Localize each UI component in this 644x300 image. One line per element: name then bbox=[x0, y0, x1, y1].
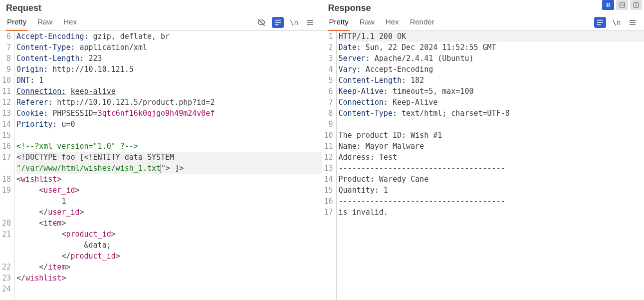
layout-horizontal-button[interactable] bbox=[616, 0, 628, 10]
request-title: Request bbox=[0, 0, 322, 14]
newline-icon[interactable]: \n bbox=[611, 17, 622, 28]
tab-hex[interactable]: Hex bbox=[62, 14, 78, 31]
tab-hex[interactable]: Hex bbox=[385, 14, 400, 31]
request-panel: Request PrettyRawHex \n 6789101112131415… bbox=[0, 0, 322, 300]
layout-vertical-button[interactable] bbox=[630, 0, 642, 10]
response-editor[interactable]: 1234567891011121314151617 HTTP/1.1 200 O… bbox=[322, 31, 644, 300]
visibility-off-icon[interactable] bbox=[256, 17, 267, 28]
svg-rect-0 bbox=[607, 3, 608, 7]
top-controls bbox=[602, 0, 642, 10]
newline-icon[interactable]: \n bbox=[289, 17, 300, 28]
tab-pretty[interactable]: Pretty bbox=[6, 14, 27, 31]
tab-render[interactable]: Render bbox=[409, 14, 435, 31]
svg-rect-1 bbox=[609, 3, 610, 7]
tab-raw[interactable]: Raw bbox=[36, 14, 53, 31]
response-tabbar: PrettyRawHexRender \n bbox=[322, 14, 644, 31]
menu-icon[interactable] bbox=[627, 17, 638, 28]
request-tabbar: PrettyRawHex \n bbox=[0, 14, 322, 31]
tab-pretty[interactable]: Pretty bbox=[328, 14, 350, 31]
request-editor[interactable]: 6789101112131415161718192021222324 Accep… bbox=[0, 31, 322, 300]
menu-icon[interactable] bbox=[305, 17, 316, 28]
wrap-toggle-icon[interactable] bbox=[272, 17, 284, 28]
pause-button[interactable] bbox=[602, 0, 614, 10]
wrap-toggle-icon[interactable] bbox=[594, 17, 606, 28]
tab-raw[interactable]: Raw bbox=[359, 14, 376, 31]
response-title: Response bbox=[322, 0, 644, 14]
response-panel: Response PrettyRawHexRender \n 123456789… bbox=[322, 0, 644, 300]
